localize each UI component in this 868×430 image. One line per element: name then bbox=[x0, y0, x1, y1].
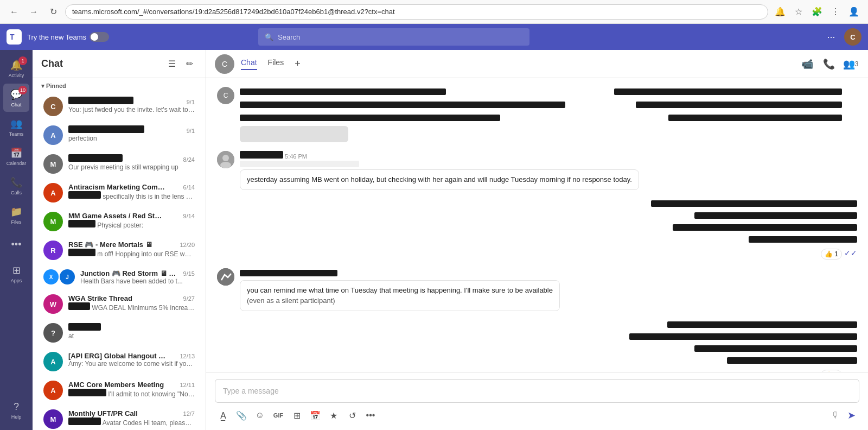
sidebar-item-help[interactable]: ? Help bbox=[3, 396, 29, 425]
meet-button[interactable]: 📅 bbox=[307, 407, 323, 423]
conv4-content: Antiracism Marketing Committee - We... 6… bbox=[68, 183, 195, 200]
conv7-date: 9/15 bbox=[183, 270, 195, 277]
sidebar-item-calendar[interactable]: 📅 Calendar bbox=[3, 142, 29, 170]
sidebar-item-activity[interactable]: 🔔 Activity 1 bbox=[3, 54, 29, 83]
profile-icon[interactable]: 👤 bbox=[846, 4, 861, 20]
svg-point-4 bbox=[217, 268, 234, 286]
praise-button[interactable]: ★ bbox=[326, 407, 342, 423]
msg4-sub-text: (even as a silent participant) bbox=[247, 296, 335, 305]
sidebar-item-more[interactable]: ••• bbox=[3, 230, 29, 258]
msg2-bubbles: yesterday assuming MB went on holiday, b… bbox=[240, 161, 639, 190]
conv4-preview: specifically this is in the lens of whit… bbox=[68, 191, 195, 200]
teams-logo-icon: T bbox=[7, 29, 22, 45]
conv10-name: [API ERG] Global Hangout - Holiday E... bbox=[68, 352, 166, 360]
bookmark-icon[interactable]: ☆ bbox=[791, 4, 806, 20]
user-avatar[interactable]: C bbox=[844, 28, 861, 46]
chat-item-conv5[interactable]: M MM Game Assets / Red Storm Weekly 9/14… bbox=[35, 207, 203, 236]
msg1-redacted1 bbox=[240, 88, 446, 95]
conv7-avatar2: J bbox=[60, 269, 75, 284]
conv3-top: 8/24 bbox=[68, 154, 195, 163]
conv3-content: 8/24 Our previs meeting is still wrappin… bbox=[68, 154, 195, 171]
video-call-button[interactable]: 📹 bbox=[799, 55, 816, 73]
chat-item-conv10[interactable]: A [API ERG] Global Hangout - Holiday E..… bbox=[35, 347, 203, 376]
chat-item-conv7[interactable]: X J Junction 🎮 Red Storm 🖥 Ubi-... 9/15 … bbox=[35, 265, 203, 289]
compose-button[interactable]: ✏ bbox=[182, 56, 197, 72]
gif-button[interactable]: GIF bbox=[270, 407, 286, 423]
more-options-button[interactable]: ··· bbox=[822, 28, 840, 46]
conv1-preview: You: just fwded you the invite. let's wa… bbox=[68, 106, 195, 113]
reload-button[interactable]: ↻ bbox=[46, 4, 61, 20]
chat-item-conv8[interactable]: W WGA Strike Thread 9/27 WGA DEAL Minimu… bbox=[35, 290, 203, 318]
extension-icon[interactable]: 🧩 bbox=[809, 4, 825, 20]
conv8-preview: WGA DEAL Minimums 5% increase Y... bbox=[68, 302, 195, 312]
conv3-avatar: M bbox=[43, 154, 63, 174]
more-tools-button[interactable]: ••• bbox=[362, 407, 379, 423]
conv7-content: Junction 🎮 Red Storm 🖥 Ubi-... 9/15 Heal… bbox=[80, 269, 195, 285]
conv7-avatar-group: X J bbox=[43, 269, 75, 284]
audio-call-button[interactable]: 📞 bbox=[820, 55, 838, 73]
chat-item-conv11[interactable]: A AMC Core Members Meeting 12/11 I'll ad… bbox=[35, 376, 203, 404]
chat-list-actions: ☰ ✏ bbox=[164, 56, 197, 72]
conv6-name: RSE 🎮 - Mere Mortals 🖥 bbox=[68, 241, 152, 249]
conv12-content: Monthly UFT/PR Call 12/7 Avatar Codes Hi… bbox=[68, 409, 195, 427]
sidebar-item-calendar-label: Calendar bbox=[7, 161, 27, 166]
search-bar[interactable]: 🔍 Search bbox=[258, 28, 529, 46]
chat-item-conv3[interactable]: M 8/24 Our previs meeting is still wrapp… bbox=[35, 150, 203, 178]
emoji-button[interactable]: ☺ bbox=[252, 407, 268, 423]
pinned-section-header: ▾ Pinned bbox=[33, 78, 206, 92]
loop-button[interactable]: ↺ bbox=[344, 407, 360, 423]
sticker-button[interactable]: ⊞ bbox=[289, 407, 305, 423]
conv11-name: AMC Core Members Meeting bbox=[68, 381, 164, 389]
attach-button[interactable]: 📎 bbox=[233, 407, 250, 423]
message-input-area: Type a message A̲ 📎 ☺ GIF ⊞ 📅 ★ ↺ ••• 🎙 … bbox=[206, 372, 868, 430]
chat-item-conv6[interactable]: R RSE 🎮 - Mere Mortals 🖥 12/20 m off! Ho… bbox=[35, 236, 203, 264]
message-input-box[interactable]: Type a message bbox=[215, 379, 859, 403]
teams-logo: T bbox=[7, 29, 22, 45]
sidebar-item-apps[interactable]: ⊞ Apps bbox=[3, 260, 29, 288]
msg1-right3 bbox=[668, 115, 842, 121]
conv6-top: RSE 🎮 - Mere Mortals 🖥 12/20 bbox=[68, 241, 195, 249]
message-row-5-own: 👍 1 ✓✓ bbox=[217, 320, 857, 372]
send-button[interactable]: ➤ bbox=[843, 407, 859, 423]
sidebar-item-apps-label: Apps bbox=[11, 278, 22, 283]
conv2-avatar: A bbox=[43, 125, 63, 145]
browser-icons: 🔔 ☆ 🧩 ⋮ 👤 bbox=[773, 4, 861, 20]
sidebar-item-calls[interactable]: 📞 Calls bbox=[3, 172, 29, 200]
add-tab-button[interactable]: + bbox=[295, 58, 301, 69]
msg3-reaction[interactable]: 👍 1 bbox=[821, 249, 842, 260]
forward-button[interactable]: → bbox=[26, 4, 41, 20]
conv8-date: 9/27 bbox=[183, 295, 195, 302]
participants-button[interactable]: 👥 3 bbox=[842, 55, 859, 73]
msg1-right2 bbox=[636, 102, 842, 108]
format-button[interactable]: A̲ bbox=[215, 407, 231, 423]
msg5-redacted2 bbox=[629, 333, 857, 340]
try-new-teams: Try the new Teams bbox=[27, 32, 109, 42]
filter-button[interactable]: ☰ bbox=[164, 56, 180, 72]
header-right: ··· C bbox=[822, 28, 861, 46]
msg4-redacted1 bbox=[240, 270, 337, 276]
main-content: 🔔 Activity 1 💬 Chat 10 👥 Teams 📅 Calenda… bbox=[0, 50, 868, 430]
msg1-content bbox=[240, 87, 565, 142]
conv8-content: WGA Strike Thread 9/27 WGA DEAL Minimums… bbox=[68, 294, 195, 312]
back-button[interactable]: ← bbox=[7, 4, 22, 20]
conv12-avatar: M bbox=[43, 409, 63, 429]
chat-item-conv1[interactable]: C 9/1 You: just fwded you the invite. le… bbox=[35, 92, 203, 121]
chat-item-conv12[interactable]: M Monthly UFT/PR Call 12/7 Avatar Codes … bbox=[35, 405, 203, 430]
conv6-date: 12/20 bbox=[180, 242, 195, 248]
tab-files[interactable]: Files bbox=[268, 58, 284, 70]
notification-icon[interactable]: 🔔 bbox=[773, 4, 788, 20]
browser-menu-icon[interactable]: ⋮ bbox=[828, 4, 843, 20]
conv11-date: 12/11 bbox=[180, 382, 195, 388]
chat-item-conv9[interactable]: ? at bbox=[35, 319, 203, 347]
more-icon: ••• bbox=[11, 239, 22, 250]
msg4-bubble: you can remind me what time on Tuesday t… bbox=[240, 280, 560, 311]
chat-item-conv4[interactable]: A Antiracism Marketing Committee - We...… bbox=[35, 179, 203, 207]
dictate-button[interactable]: 🎙 bbox=[831, 410, 840, 420]
chat-item-conv2[interactable]: A 9/1 perfection bbox=[35, 121, 203, 149]
try-new-toggle[interactable] bbox=[90, 32, 109, 42]
sidebar-item-teams[interactable]: 👥 Teams bbox=[3, 113, 29, 141]
address-bar[interactable]: teams.microsoft.com/_#/conversations/19:… bbox=[65, 4, 768, 20]
sidebar-item-files[interactable]: 📁 Files bbox=[3, 201, 29, 229]
tab-chat[interactable]: Chat bbox=[241, 58, 257, 70]
sidebar-item-chat[interactable]: 💬 Chat 10 bbox=[3, 84, 29, 112]
